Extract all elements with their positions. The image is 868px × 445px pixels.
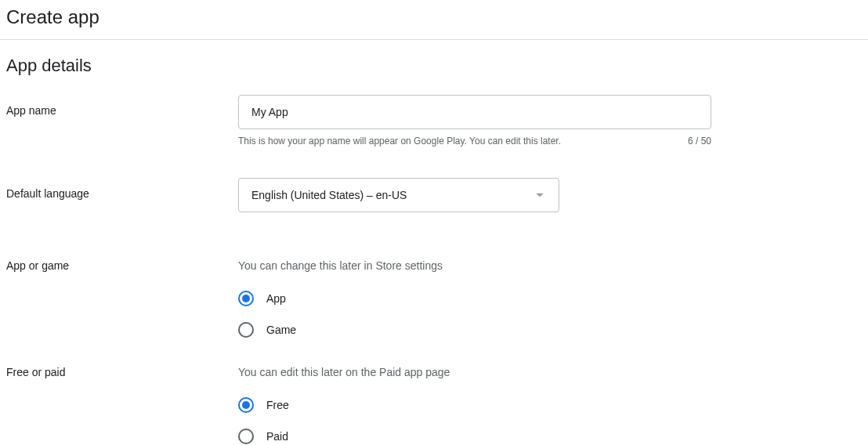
radio-circle-paid <box>238 429 254 444</box>
radio-label-app: App <box>266 292 286 305</box>
radio-label-free: Free <box>266 399 289 411</box>
app-details-section: App details App name This is how your ap… <box>0 40 868 444</box>
radio-label-game: Game <box>266 324 296 336</box>
free-or-paid-hint: You can edit this later on the Paid app … <box>238 366 711 378</box>
radio-option-app[interactable]: App <box>238 291 711 306</box>
free-or-paid-row: Free or paid You can edit this later on … <box>6 366 862 444</box>
app-name-control: This is how your app name will appear on… <box>238 95 711 147</box>
default-language-label: Default language <box>6 178 238 200</box>
app-name-label: App name <box>6 95 238 117</box>
default-language-select[interactable]: English (United States) – en-US <box>238 178 559 212</box>
app-or-game-control: You can change this later in Store setti… <box>238 259 711 338</box>
section-title: App details <box>6 56 862 76</box>
app-or-game-row: App or game You can change this later in… <box>6 259 862 338</box>
default-language-control: English (United States) – en-US <box>238 178 711 212</box>
free-or-paid-label: Free or paid <box>6 366 238 378</box>
app-name-helper-row: This is how your app name will appear on… <box>238 136 711 147</box>
default-language-row: Default language English (United States)… <box>6 178 862 212</box>
radio-option-free[interactable]: Free <box>238 397 711 413</box>
page-title: Create app <box>6 6 862 28</box>
radio-option-paid[interactable]: Paid <box>238 429 711 444</box>
free-or-paid-control: You can edit this later on the Paid app … <box>238 366 711 444</box>
radio-label-paid: Paid <box>266 430 288 443</box>
app-or-game-hint: You can change this later in Store setti… <box>238 259 711 272</box>
page-header: Create app <box>0 0 868 40</box>
app-name-input[interactable] <box>238 95 711 129</box>
radio-circle-free <box>238 397 254 413</box>
app-name-row: App name This is how your app name will … <box>6 95 862 147</box>
default-language-value: English (United States) – en-US <box>251 189 407 201</box>
radio-dot-icon <box>242 401 250 409</box>
radio-circle-game <box>238 322 254 338</box>
default-language-select-wrapper: English (United States) – en-US <box>238 178 559 212</box>
radio-option-game[interactable]: Game <box>238 322 711 338</box>
radio-dot-icon <box>242 295 250 302</box>
app-name-counter: 6 / 50 <box>688 136 711 147</box>
app-or-game-label: App or game <box>6 259 238 272</box>
app-name-helper-text: This is how your app name will appear on… <box>238 136 561 147</box>
radio-circle-app <box>238 291 254 306</box>
